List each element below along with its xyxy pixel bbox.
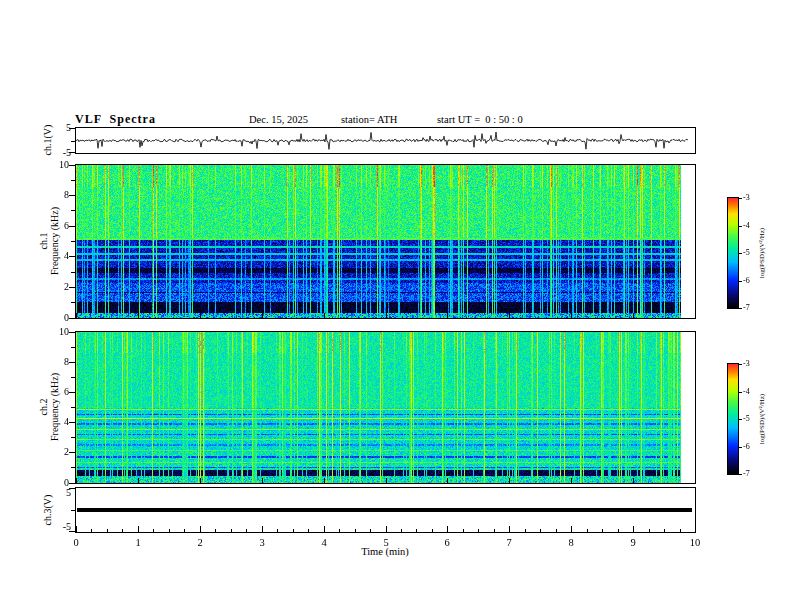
figure-title: VLF Spectra [75, 112, 156, 127]
ch2-spectrogram-canvas [76, 332, 681, 483]
time-axis-label: Time (min) [335, 546, 435, 557]
ch2-axis-line1: ch.2 [38, 373, 49, 441]
tick-mark [739, 392, 742, 393]
y-tick-label: 2 [47, 281, 69, 292]
y-tick-label: 8 [47, 189, 69, 200]
ch1-frequency-axis-label: ch.1 Frequency (kHz) [38, 207, 60, 275]
ch1-spectrogram-panel [75, 164, 696, 319]
colorbar-1-label: log(PSD)/(V²/Hz) [758, 228, 766, 278]
frequency-khz-label-1: Frequency (kHz) [49, 207, 60, 275]
colorbar-2 [727, 363, 739, 475]
x-tick-label: 0 [66, 537, 86, 548]
colorbar-tick-label: -5 [743, 414, 759, 423]
x-tick-label: 8 [561, 537, 581, 548]
station-label: station= ATH [341, 114, 397, 125]
colorbar-1-canvas [728, 198, 738, 308]
y-tick-label: 8 [47, 356, 69, 367]
tick-mark [739, 198, 742, 199]
ch1-waveform-panel [75, 127, 696, 154]
x-tick-label: 10 [685, 537, 705, 548]
y-tick-label: 10 [47, 326, 69, 337]
x-tick-label: 2 [190, 537, 210, 548]
vlf-spectra-figure: VLF Spectra Dec. 15, 2025 station= ATH s… [0, 0, 792, 612]
start-ut-label: start UT = 0 : 50 : 0 [437, 114, 523, 125]
x-tick-label: 4 [314, 537, 334, 548]
colorbar-1 [727, 197, 739, 309]
ch2-frequency-axis-label: ch.2 Frequency (kHz) [38, 373, 60, 441]
date-label: Dec. 15, 2025 [249, 114, 308, 125]
x-tick-label: 7 [499, 537, 519, 548]
colorbar-tick-label: -7 [743, 469, 759, 478]
ch1-spectrogram-canvas [76, 165, 681, 318]
colorbar-2-canvas [728, 364, 738, 474]
colorbar-tick-label: -3 [743, 359, 759, 368]
y-tick-label: 10 [47, 159, 69, 170]
x-tick-label: 3 [252, 537, 272, 548]
colorbar-tick-label: -5 [743, 248, 759, 257]
ch3-voltage-axis-label: ch.3(V) [42, 495, 53, 526]
ch1-waveform-canvas [76, 128, 689, 153]
tick-mark [739, 447, 742, 448]
tick-mark [739, 419, 742, 420]
y-tick-label: 0 [47, 312, 69, 323]
colorbar-tick-label: -3 [743, 193, 759, 202]
ch1-axis-line1: ch.1 [38, 207, 49, 275]
tick-mark [739, 226, 742, 227]
colorbar-tick-label: -6 [743, 442, 759, 451]
ch1-voltage-axis-label: ch.1(V) [42, 125, 53, 156]
tick-mark [739, 308, 742, 309]
y-tick-label: 2 [47, 446, 69, 457]
x-tick-label: 1 [128, 537, 148, 548]
colorbar-2-label: log(PSD)/(V²/Hz) [758, 394, 766, 444]
tick-mark [739, 364, 742, 365]
tick-mark [739, 253, 742, 254]
x-tick-label: 9 [623, 537, 643, 548]
frequency-khz-label-2: Frequency (kHz) [49, 373, 60, 441]
colorbar-tick-label: -6 [743, 276, 759, 285]
ch3-waveform-panel [75, 487, 696, 533]
x-tick-label: 6 [437, 537, 457, 548]
ch2-spectrogram-panel [75, 331, 696, 484]
tick-mark [739, 281, 742, 282]
colorbar-tick-label: -7 [743, 303, 759, 312]
ch3-waveform-canvas [76, 488, 693, 532]
colorbar-tick-label: -4 [743, 221, 759, 230]
tick-mark [739, 474, 742, 475]
colorbar-tick-label: -4 [743, 387, 759, 396]
